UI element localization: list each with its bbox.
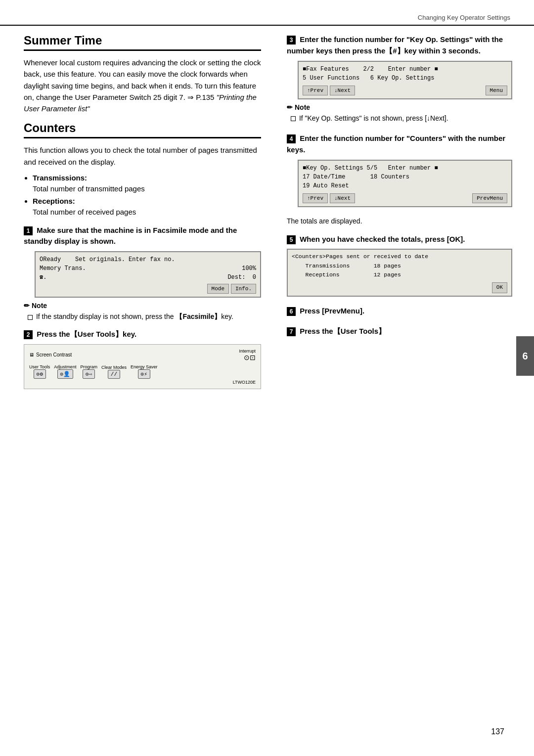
counters-body: This function allows you to check the to… <box>24 144 261 168</box>
counters-section: Counters This function allows you to che… <box>24 121 261 218</box>
step5-header: 5 When you have checked the totals, pres… <box>287 233 512 245</box>
lcd-menu-btn: Menu <box>486 86 507 96</box>
step4-block: 4 Enter the function number for "Counter… <box>287 133 512 207</box>
summer-time-section: Summer Time Whenever local custom requir… <box>24 34 261 114</box>
step1-lcd: OReady Set originals. Enter fax no. Memo… <box>35 251 261 298</box>
step6-num: 6 <box>287 307 296 316</box>
step5-block: 5 When you have checked the totals, pres… <box>287 233 512 297</box>
step6-block: 6 Press [PrevMenu]. <box>287 306 512 317</box>
step3-header: 3 Enter the function number for "Key Op.… <box>287 34 512 57</box>
step1-header: 1 Make sure that the machine is in Facsi… <box>24 225 261 247</box>
step7-num: 7 <box>287 327 296 336</box>
summer-time-underline <box>24 49 261 51</box>
bullet-transmissions: Transmissions:Total number of transmitte… <box>33 173 261 195</box>
counters-underline <box>24 137 261 138</box>
step5-num: 5 <box>287 235 296 244</box>
counters-title: Counters <box>24 121 261 135</box>
page-header-title: Changing Key Operator Settings <box>418 14 510 21</box>
lcd-next-btn: ↓Next <box>330 86 355 96</box>
lcd4-prevmenu-btn: PrevMenu <box>472 193 507 204</box>
step3-block: 3 Enter the function number for "Key Op.… <box>287 34 512 124</box>
step3-lcd: ■Fax Features 2/2 Enter number ■ 5 User … <box>298 61 512 100</box>
step4-num: 4 <box>287 134 296 143</box>
note-pencil-icon: ✏ <box>24 302 30 310</box>
header-line <box>0 25 534 26</box>
step7-block: 7 Press the【User Tools】 <box>287 326 512 337</box>
step3-note-pencil-icon: ✏ <box>287 103 293 111</box>
step2-block: 2 Press the【User Tools】key. 🖥 Screen Con… <box>24 329 261 389</box>
bullet-receptions: Receptions:Total number of received page… <box>33 196 261 218</box>
lcd-mode-btn: Mode <box>207 284 229 294</box>
step6-header: 6 Press [PrevMenu]. <box>287 306 512 317</box>
step2-header: 2 Press the【User Tools】key. <box>24 329 261 340</box>
step4-header: 4 Enter the function number for "Counter… <box>287 133 512 156</box>
lcd-prev-btn: ↑Prev <box>303 86 328 96</box>
step7-header: 7 Press the【User Tools】 <box>287 326 512 337</box>
keyboard-image: 🖥 Screen Contrast Interrupt⊙⊡ User Tools… <box>24 344 261 389</box>
right-column: 3 Enter the function number for "Key Op.… <box>287 34 512 346</box>
totals-text: The totals are displayed. <box>287 216 512 226</box>
ltwo-label: LTWO120E <box>29 380 256 385</box>
step4-lcd: ■Key Op. Settings 5/5 Enter number ■ 17 … <box>298 160 512 208</box>
note-label: Note <box>32 302 47 310</box>
step1-note: ✏ Note If the standby display is not sho… <box>24 302 261 322</box>
step2-num: 2 <box>24 330 33 339</box>
tab-marker: 6 <box>516 336 534 376</box>
page-number: 137 <box>491 727 504 736</box>
left-column: Summer Time Whenever local custom requir… <box>24 34 261 396</box>
lcd4-next-btn: ↓Next <box>330 193 355 204</box>
step3-num: 3 <box>287 36 296 44</box>
lcd5-ok-btn: OK <box>492 282 507 293</box>
summer-time-italic: "Printing the User Parameter list" <box>24 93 257 113</box>
step3-note-text: If "Key Op. Settings" is not shown, pres… <box>291 113 512 124</box>
summer-time-title: Summer Time <box>24 34 261 47</box>
lcd4-prev-btn: ↑Prev <box>303 193 328 204</box>
step1-num: 1 <box>24 226 33 235</box>
summer-time-body: Whenever local custom requires advancing… <box>24 57 261 114</box>
step5-lcd: <Counters>Pages sent or received to date… <box>287 249 512 297</box>
step3-note-label: Note <box>295 103 310 111</box>
step1-block: 1 Make sure that the machine is in Facsi… <box>24 225 261 322</box>
lcd-info-btn: Info. <box>231 284 256 294</box>
step1-note-text: If the standby display is not shown, pre… <box>28 311 261 322</box>
counters-bullets: Transmissions:Total number of transmitte… <box>33 173 261 218</box>
step3-note: ✏ Note If "Key Op. Settings" is not show… <box>287 103 512 124</box>
